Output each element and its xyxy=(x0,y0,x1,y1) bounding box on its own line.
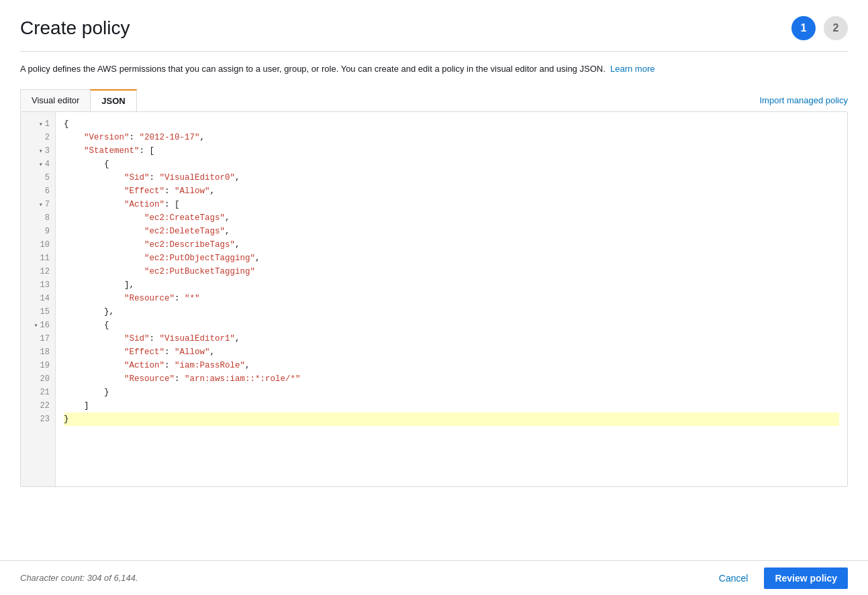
line-number: 18 xyxy=(21,345,55,359)
line-number: 17 xyxy=(21,332,55,345)
bottom-buttons: Cancel Review policy xyxy=(711,567,848,589)
line-number: ▾16 xyxy=(21,319,55,332)
line-number: 15 xyxy=(21,305,55,319)
header-divider xyxy=(20,51,848,52)
code-line: "Action": [ xyxy=(64,198,839,211)
code-line: "Sid": "VisualEditor1", xyxy=(64,332,839,345)
code-line: "ec2:CreateTags", xyxy=(64,211,839,225)
line-number: 20 xyxy=(21,372,55,386)
line-number: ▾7 xyxy=(21,198,55,211)
code-line: "Effect": "Allow", xyxy=(64,345,839,359)
code-line: "Sid": "VisualEditor0", xyxy=(64,171,839,184)
line-number: 14 xyxy=(21,292,55,305)
line-number: 21 xyxy=(21,386,55,399)
code-line: "Version": "2012-10-17", xyxy=(64,131,839,144)
code-line: }, xyxy=(64,305,839,319)
code-line: "ec2:PutObjectTagging", xyxy=(64,252,839,265)
line-number: 10 xyxy=(21,238,55,252)
code-line: "ec2:PutBucketTagging" xyxy=(64,265,839,278)
code-line: ], xyxy=(64,278,839,292)
code-editor: ▾12▾3▾456▾789101112131415▾16171819202122… xyxy=(20,111,848,487)
header-row: Create policy 1 2 xyxy=(20,16,848,40)
tabs-container: Visual editor JSON xyxy=(20,89,137,111)
line-number: 11 xyxy=(21,252,55,265)
line-number: 2 xyxy=(21,131,55,144)
line-number: 6 xyxy=(21,184,55,198)
import-managed-policy-link[interactable]: Import managed policy xyxy=(759,95,848,105)
code-line: "Effect": "Allow", xyxy=(64,184,839,198)
description-text: A policy defines the AWS permissions tha… xyxy=(20,62,848,76)
review-policy-button[interactable]: Review policy xyxy=(764,567,848,589)
code-line: "Statement": [ xyxy=(64,144,839,158)
code-line: "Action": "iam:PassRole", xyxy=(64,359,839,372)
line-number: 9 xyxy=(21,225,55,238)
cancel-button[interactable]: Cancel xyxy=(711,569,757,588)
code-line: { xyxy=(64,117,839,131)
code-line: "ec2:DeleteTags", xyxy=(64,225,839,238)
line-number: 5 xyxy=(21,171,55,184)
tab-json[interactable]: JSON xyxy=(90,89,136,111)
step-2-indicator: 2 xyxy=(824,16,848,40)
code-line: { xyxy=(64,319,839,332)
line-number: 19 xyxy=(21,359,55,372)
code-line: } xyxy=(64,386,839,399)
code-line: "Resource": "*" xyxy=(64,292,839,305)
tabs-row: Visual editor JSON Import managed policy xyxy=(20,89,848,111)
line-number: 12 xyxy=(21,265,55,278)
line-number: ▾4 xyxy=(21,158,55,171)
line-number: 13 xyxy=(21,278,55,292)
line-number: 22 xyxy=(21,399,55,413)
code-line: ] xyxy=(64,399,839,413)
line-number: 8 xyxy=(21,211,55,225)
step-indicators: 1 2 xyxy=(791,16,848,40)
code-line: } xyxy=(64,413,839,426)
code-line: "ec2:DescribeTags", xyxy=(64,238,839,252)
line-number: ▾3 xyxy=(21,144,55,158)
line-numbers: ▾12▾3▾456▾789101112131415▾16171819202122… xyxy=(21,112,56,486)
code-area[interactable]: { "Version": "2012-10-17", "Statement": … xyxy=(56,112,847,486)
step-1-indicator: 1 xyxy=(791,16,816,40)
bottom-bar: Character count: 304 of 6,144. Cancel Re… xyxy=(0,560,868,595)
page-title: Create policy xyxy=(20,17,130,39)
line-number: 23 xyxy=(21,413,55,426)
tab-visual-editor[interactable]: Visual editor xyxy=(20,89,90,111)
code-line: "Resource": "arn:aws:iam::*:role/*" xyxy=(64,372,839,386)
char-count: Character count: 304 of 6,144. xyxy=(20,573,138,583)
learn-more-link[interactable]: Learn more xyxy=(610,64,655,74)
line-number: ▾1 xyxy=(21,117,55,131)
code-line: { xyxy=(64,158,839,171)
